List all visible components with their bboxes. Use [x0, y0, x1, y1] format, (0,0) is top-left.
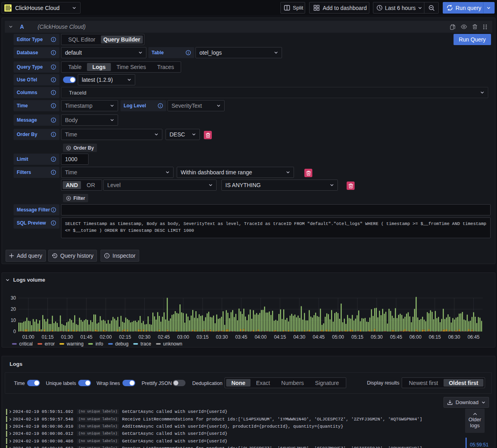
svg-text:01:15: 01:15	[41, 334, 53, 340]
svg-text:10: 10	[11, 318, 16, 323]
svg-text:05:00: 05:00	[332, 334, 344, 340]
svg-text:02:15: 02:15	[119, 334, 131, 340]
svg-text:04:30: 04:30	[293, 334, 305, 340]
svg-text:20: 20	[11, 306, 16, 312]
svg-text:02:30: 02:30	[138, 334, 150, 340]
svg-text:03:45: 03:45	[235, 334, 247, 340]
svg-text:03:00: 03:00	[177, 334, 189, 340]
svg-text:03:30: 03:30	[216, 334, 228, 340]
svg-text:02:00: 02:00	[100, 334, 112, 340]
svg-text:06:15: 06:15	[429, 334, 441, 340]
svg-text:06:45: 06:45	[467, 334, 479, 340]
svg-text:05:30: 05:30	[371, 334, 383, 340]
svg-text:30: 30	[11, 295, 16, 301]
svg-text:05:15: 05:15	[351, 334, 363, 340]
svg-text:01:30: 01:30	[61, 334, 73, 340]
svg-text:04:15: 04:15	[274, 334, 286, 340]
svg-text:01:00: 01:00	[22, 334, 34, 340]
svg-text:03:15: 03:15	[197, 334, 209, 340]
svg-text:05:45: 05:45	[390, 334, 402, 340]
svg-text:04:45: 04:45	[313, 334, 325, 340]
svg-text:0: 0	[13, 329, 16, 334]
svg-text:02:45: 02:45	[158, 334, 170, 340]
svg-text:06:30: 06:30	[448, 334, 460, 340]
svg-text:01:45: 01:45	[81, 334, 93, 340]
svg-text:04:00: 04:00	[254, 334, 266, 340]
svg-text:06:00: 06:00	[410, 334, 422, 340]
